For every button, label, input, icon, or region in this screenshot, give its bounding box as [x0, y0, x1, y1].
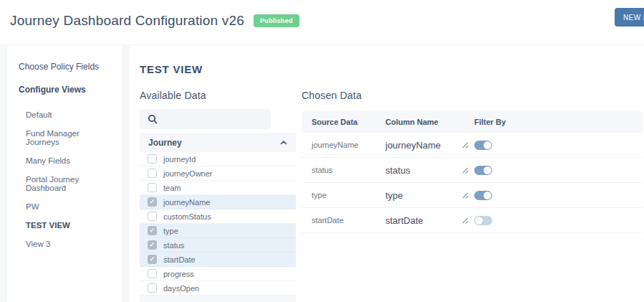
checkbox[interactable] — [148, 169, 157, 178]
checkbox-label: startDate — [163, 255, 196, 264]
checkbox[interactable] — [148, 255, 157, 264]
status-badge: Published — [254, 14, 299, 27]
page-title: Journey Dashboard Configuration v26 — [10, 13, 244, 29]
sidebar-item-default[interactable]: Default — [7, 105, 122, 124]
checkbox-label: status — [163, 241, 184, 250]
new-draft-button[interactable]: NEW DR — [615, 8, 644, 27]
source-data-cell: type — [302, 191, 385, 199]
column-name-field[interactable]: status — [385, 165, 461, 176]
checkbox-label: journeyId — [163, 155, 196, 164]
toggle-knob — [475, 217, 483, 225]
sidebar-views-list: Default Fund Manager Journeys Many Field… — [7, 101, 122, 253]
checkbox[interactable] — [148, 197, 157, 207]
sidebar-item-test-view[interactable]: TEST VIEW — [7, 216, 122, 235]
resize-handle-icon[interactable] — [461, 217, 469, 225]
checkbox[interactable] — [148, 226, 157, 235]
chosen-data-title: Chosen Data — [302, 90, 362, 101]
filter-by-toggle[interactable] — [474, 216, 492, 225]
column-header-source-data: Source Data — [302, 118, 385, 126]
checkbox[interactable] — [148, 183, 157, 192]
table-header-row: Source Data Column Name Filter By — [302, 111, 643, 133]
checkbox-label: team — [163, 184, 181, 192]
column-name-field[interactable]: startDate — [385, 215, 461, 226]
column-name-field[interactable]: type — [385, 190, 461, 201]
chevron-up-icon[interactable] — [280, 140, 287, 145]
search-input[interactable] — [158, 109, 274, 129]
search-box[interactable] — [140, 109, 271, 129]
sidebar-item-pw[interactable]: PW — [7, 197, 122, 216]
group-label: Journey — [148, 138, 182, 148]
toggle-knob — [484, 141, 491, 149]
list-item[interactable]: customStatus — [140, 209, 296, 224]
checkbox-label: journeyName — [163, 198, 210, 207]
list-item[interactable]: status — [140, 238, 296, 253]
sidebar-item-portal-journey-dashboard[interactable]: Portal Journey Dashboard — [7, 170, 122, 197]
checkbox[interactable] — [148, 240, 157, 250]
next-group-header-partial[interactable] — [140, 296, 296, 302]
list-item[interactable]: startDate — [140, 253, 296, 267]
sidebar-item-choose-policy-fields[interactable]: Choose Policy Fields — [7, 55, 122, 78]
column-name-field[interactable]: journeyName — [385, 140, 461, 151]
available-fields-list: journeyId journeyOwner team journeyName … — [140, 152, 296, 296]
toggle-knob — [484, 192, 491, 199]
main-panel: TEST VIEW Available Data Journey journey… — [129, 45, 644, 302]
top-header: Journey Dashboard Configuration v26 Publ… — [0, 0, 644, 44]
checkbox[interactable] — [148, 212, 157, 221]
checkbox[interactable] — [148, 269, 157, 278]
filter-by-toggle[interactable] — [474, 141, 492, 150]
checkbox-label: type — [163, 227, 178, 235]
filter-by-toggle[interactable] — [474, 191, 492, 200]
source-data-cell: startDate — [302, 216, 385, 225]
sidebar-item-view-3[interactable]: View 3 — [7, 235, 122, 253]
checkbox-label: customStatus — [163, 212, 211, 221]
data-group-journey[interactable]: Journey — [140, 133, 296, 152]
sidebar-item-fund-manager-journeys[interactable]: Fund Manager Journeys — [7, 124, 122, 151]
source-data-cell: status — [302, 166, 385, 174]
column-header-filter-by: Filter By — [474, 118, 643, 126]
checkbox-label: daysOpen — [163, 284, 199, 293]
table-row: journeyName journeyName — [302, 133, 643, 158]
available-data-title: Available Data — [140, 90, 206, 101]
table-row: type type — [302, 183, 643, 208]
search-icon — [148, 114, 158, 124]
list-item[interactable]: daysOpen — [140, 281, 296, 296]
list-item[interactable]: team — [140, 181, 296, 195]
list-item[interactable]: journeyOwner — [140, 166, 296, 181]
checkbox[interactable] — [148, 154, 157, 164]
table-row: status status — [302, 158, 643, 183]
sidebar-item-configure-views[interactable]: Configure Views — [7, 78, 122, 101]
toggle-knob — [484, 166, 491, 174]
list-item[interactable]: journeyName — [140, 195, 296, 209]
sidebar: Choose Policy Fields Configure Views Def… — [7, 45, 122, 302]
source-data-cell: journeyName — [302, 141, 385, 149]
list-item[interactable]: journeyId — [140, 152, 296, 166]
list-item[interactable]: type — [140, 224, 296, 238]
column-header-column-name: Column Name — [385, 118, 474, 126]
table-row: startDate startDate — [302, 208, 643, 233]
resize-handle-icon[interactable] — [461, 166, 469, 174]
checkbox[interactable] — [148, 283, 157, 293]
list-item[interactable]: progress — [140, 267, 296, 281]
checkbox-label: journeyOwner — [163, 169, 212, 178]
resize-handle-icon[interactable] — [461, 192, 469, 199]
sidebar-item-many-fields[interactable]: Many Fields — [7, 151, 122, 170]
checkbox-label: progress — [163, 270, 194, 278]
resize-handle-icon[interactable] — [461, 141, 469, 149]
view-title: TEST VIEW — [140, 63, 203, 75]
filter-by-toggle[interactable] — [474, 166, 492, 175]
chosen-data-table: Source Data Column Name Filter By journe… — [302, 111, 643, 233]
